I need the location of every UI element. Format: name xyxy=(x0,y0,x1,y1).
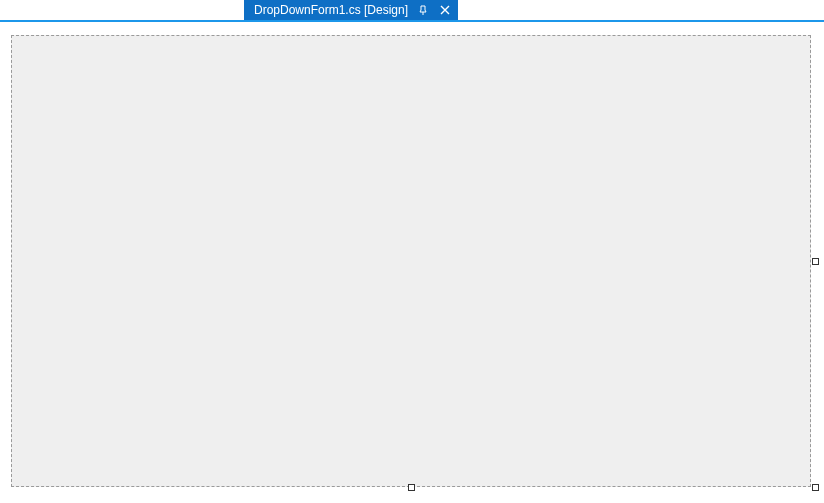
form-design-surface[interactable] xyxy=(11,35,811,487)
resize-handle-bottom[interactable] xyxy=(408,484,415,491)
resize-handle-corner[interactable] xyxy=(812,484,819,491)
pin-icon[interactable] xyxy=(416,3,430,17)
document-well xyxy=(0,22,824,503)
document-tab-active[interactable]: DropDownForm1.cs [Design] xyxy=(244,0,458,20)
document-tab-label: DropDownForm1.cs [Design] xyxy=(254,0,408,20)
document-tab-strip: DropDownForm1.cs [Design] xyxy=(0,0,824,22)
resize-handle-right[interactable] xyxy=(812,258,819,265)
close-icon[interactable] xyxy=(438,3,452,17)
